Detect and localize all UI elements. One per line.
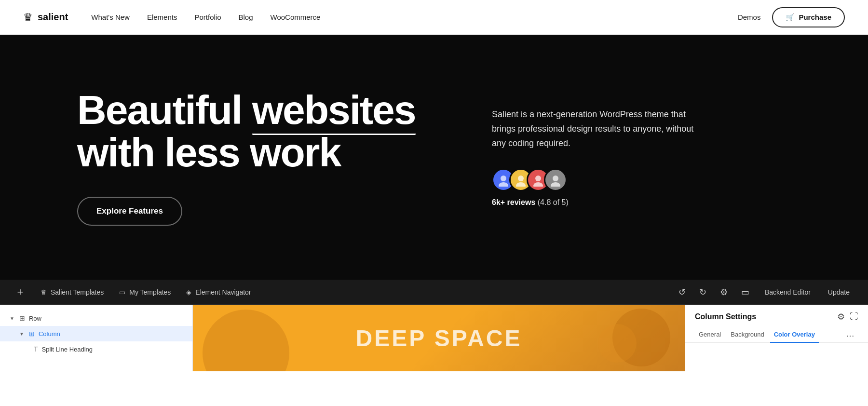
settings-more-icon[interactable]: …: [842, 327, 858, 343]
hero-description: Salient is a next-generation WordPress t…: [492, 108, 704, 150]
tree-item-row[interactable]: ▼ ⊞ Row: [0, 311, 192, 326]
brand-name: salient: [38, 12, 68, 23]
navbar-right: Demos 🛒 Purchase: [738, 7, 845, 27]
explore-features-button[interactable]: Explore Features: [77, 197, 182, 226]
crown-icon: ♛: [23, 11, 33, 24]
avatars-row: [492, 168, 704, 191]
row-icon: ⊞: [19, 314, 25, 322]
svg-point-2: [518, 176, 524, 181]
nav-whats-new[interactable]: What's New: [91, 13, 130, 21]
avatar-4: [544, 168, 567, 191]
settings-title: Column Settings: [695, 312, 756, 321]
row-arrow: ▼: [10, 316, 14, 321]
editor-preview: DEEP SPACE: [193, 305, 685, 371]
add-element-button[interactable]: +: [12, 284, 29, 301]
svg-point-4: [535, 176, 541, 181]
split-heading-icon: T: [34, 345, 38, 353]
hero-heading-websites: websites: [252, 89, 416, 131]
element-navigator-button[interactable]: ◈ Element Navigator: [178, 284, 258, 300]
salient-templates-button[interactable]: ♛ Salient Templates: [33, 284, 111, 300]
hero-heading-beautiful: Beautiful: [77, 87, 242, 133]
hero-section: Beautiful websites with less work Explor…: [0, 0, 868, 280]
svg-point-5: [533, 182, 543, 187]
navbar-links: What's New Elements Portfolio Blog WooCo…: [91, 13, 738, 21]
nav-woocommerce[interactable]: WooCommerce: [271, 13, 321, 21]
reviews-rating: (4.8 of 5): [538, 198, 569, 206]
preview-text: DEEP SPACE: [356, 325, 522, 352]
svg-point-7: [551, 182, 560, 187]
reviews-count: 6k+ reviews: [492, 198, 535, 206]
hero-heading: Beautiful websites with less work: [77, 89, 453, 174]
column-icon: ⊞: [29, 330, 35, 338]
settings-tabs: General Background Color Overlay …: [685, 327, 868, 343]
update-button[interactable]: Update: [821, 285, 856, 299]
editor-toolbar: + ♛ Salient Templates ▭ My Templates ◈ E…: [0, 280, 868, 305]
editor-content: ▼ ⊞ Row ▼ ⊞ Column T Split Line Heading: [0, 305, 868, 371]
demos-link[interactable]: Demos: [738, 13, 761, 21]
tree-item-column[interactable]: ▼ ⊞ Column: [0, 326, 192, 341]
preview-image: DEEP SPACE: [193, 305, 685, 371]
settings-button[interactable]: ⚙: [715, 284, 732, 300]
element-navigator-icon: ◈: [186, 288, 191, 296]
editor-section: + ♛ Salient Templates ▭ My Templates ◈ E…: [0, 280, 868, 371]
salient-templates-icon: ♛: [41, 288, 47, 296]
svg-point-6: [553, 176, 558, 181]
editor-tree: ▼ ⊞ Row ▼ ⊞ Column T Split Line Heading: [0, 305, 193, 371]
nav-elements[interactable]: Elements: [147, 13, 177, 21]
salient-templates-label: Salient Templates: [51, 288, 104, 296]
element-navigator-label: Element Navigator: [195, 288, 251, 296]
column-label: Column: [39, 330, 60, 338]
column-settings-panel: Column Settings ⚙ ⛶ General Background C…: [685, 305, 868, 371]
settings-icon-group: ⚙ ⛶: [837, 311, 858, 322]
my-templates-button[interactable]: ▭ My Templates: [111, 284, 178, 300]
cart-icon: 🛒: [786, 13, 795, 22]
nav-portfolio[interactable]: Portfolio: [194, 13, 221, 21]
hero-left: Beautiful websites with less work Explor…: [77, 89, 453, 226]
tab-color-overlay[interactable]: Color Overlay: [770, 327, 819, 343]
row-label: Row: [29, 315, 41, 322]
redo-button[interactable]: ↻: [694, 284, 711, 300]
hero-content: Beautiful websites with less work Explor…: [77, 89, 810, 226]
nav-blog[interactable]: Blog: [238, 13, 253, 21]
my-templates-icon: ▭: [119, 288, 125, 296]
my-templates-label: My Templates: [129, 288, 171, 296]
reviews-text: 6k+ reviews (4.8 of 5): [492, 198, 704, 207]
settings-resize-icon[interactable]: ⛶: [850, 311, 858, 322]
toolbar-right: ↺ ↻ ⚙ ▭ Backend Editor Update: [674, 284, 856, 300]
navbar: ♛ salient What's New Elements Portfolio …: [0, 0, 868, 35]
purchase-label: Purchase: [799, 13, 831, 21]
svg-point-1: [499, 182, 508, 187]
svg-point-0: [501, 176, 506, 181]
settings-gear-icon[interactable]: ⚙: [837, 311, 845, 322]
column-arrow: ▼: [19, 331, 24, 337]
hero-heading-line2: with less work: [77, 131, 453, 174]
settings-header: Column Settings ⚙ ⛶: [685, 305, 868, 322]
hero-right: Salient is a next-generation WordPress t…: [492, 108, 704, 206]
tab-background[interactable]: Background: [727, 327, 768, 343]
undo-button[interactable]: ↺: [674, 284, 691, 300]
purchase-button[interactable]: 🛒 Purchase: [772, 7, 845, 27]
split-heading-label: Split Line Heading: [42, 346, 93, 353]
backend-editor-button[interactable]: Backend Editor: [758, 285, 817, 299]
tree-item-split-line-heading[interactable]: T Split Line Heading: [0, 341, 192, 357]
brand-logo[interactable]: ♛ salient: [23, 11, 68, 24]
svg-point-3: [516, 182, 526, 187]
layout-button[interactable]: ▭: [736, 284, 754, 300]
tab-general[interactable]: General: [695, 327, 725, 343]
